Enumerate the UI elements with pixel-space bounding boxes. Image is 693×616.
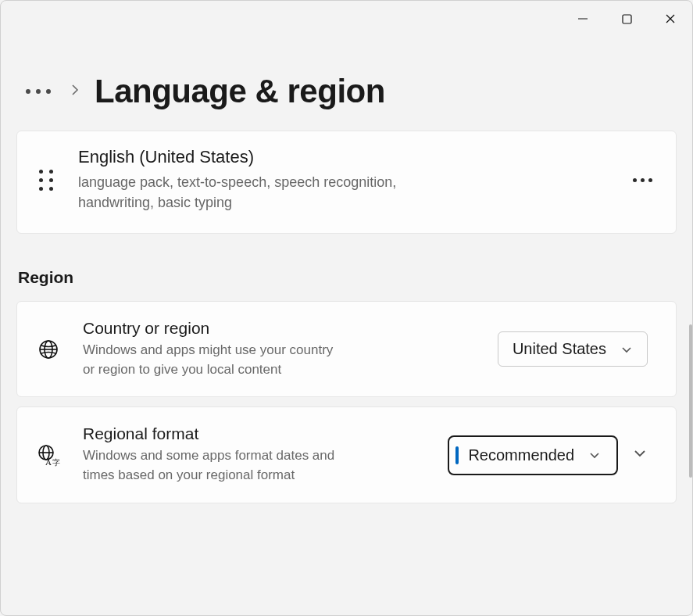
regional-format-value: Recommended xyxy=(468,446,574,464)
country-region-value: United States xyxy=(513,340,606,358)
close-icon xyxy=(665,13,676,24)
maximize-icon xyxy=(622,14,632,24)
breadcrumb-overflow-button[interactable] xyxy=(21,89,55,94)
country-region-row: Country or region Windows and apps might… xyxy=(16,301,677,397)
close-button[interactable] xyxy=(648,1,692,37)
svg-text:A: A xyxy=(45,457,52,467)
chevron-right-icon xyxy=(70,82,80,101)
language-features: language pack, text-to-speech, speech re… xyxy=(78,172,469,213)
chevron-down-icon xyxy=(588,450,601,460)
regional-format-desc: Windows and some apps format dates and t… xyxy=(83,446,348,485)
language-name: English (United States) xyxy=(78,147,609,167)
chevron-down-icon xyxy=(620,345,633,354)
language-item-row[interactable]: English (United States) language pack, t… xyxy=(16,131,677,234)
regional-format-dropdown[interactable]: Recommended xyxy=(448,435,618,475)
region-section-header: Region xyxy=(16,268,677,287)
language-more-button[interactable] xyxy=(630,172,655,188)
country-region-dropdown[interactable]: United States xyxy=(498,331,648,367)
scrollbar-thumb[interactable] xyxy=(689,324,692,478)
page-title: Language & region xyxy=(95,73,385,110)
globe-icon xyxy=(34,339,63,360)
regional-format-expand-button[interactable] xyxy=(632,448,648,462)
globe-text-icon: A 字 xyxy=(34,443,63,467)
breadcrumb: Language & region xyxy=(16,73,677,110)
minimize-button[interactable] xyxy=(561,1,605,37)
page-content: Language & region English (United States… xyxy=(1,1,692,615)
minimize-icon xyxy=(577,13,588,24)
country-region-desc: Windows and apps might use your country … xyxy=(83,341,348,379)
maximize-button[interactable] xyxy=(605,1,648,37)
drag-handle-icon[interactable] xyxy=(34,170,58,191)
svg-rect-1 xyxy=(623,15,631,23)
window-titlebar xyxy=(561,1,692,37)
country-region-title: Country or region xyxy=(83,319,477,338)
svg-text:字: 字 xyxy=(52,458,60,467)
regional-format-title: Regional format xyxy=(83,424,427,443)
language-item-body: English (United States) language pack, t… xyxy=(78,147,609,213)
regional-format-row: A 字 Regional format Windows and some app… xyxy=(16,406,677,503)
